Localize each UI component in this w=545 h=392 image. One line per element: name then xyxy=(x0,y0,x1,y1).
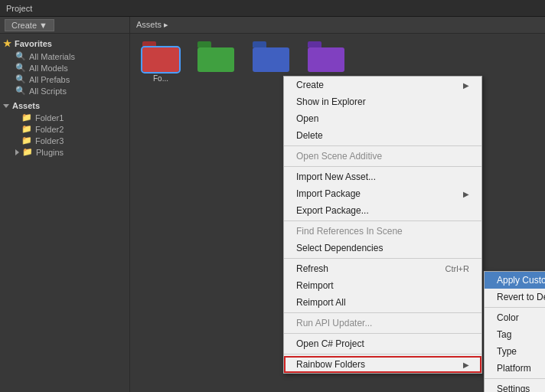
menu-item-show-explorer[interactable]: Show in Explorer xyxy=(284,93,481,110)
favorites-item-prefabs[interactable]: 🔍 All Prefabs xyxy=(0,74,129,85)
sub-separator-2 xyxy=(485,378,545,379)
submenu-arrow-icon: ▶ xyxy=(463,81,469,90)
menu-item-import-package[interactable]: Import Package ▶ xyxy=(284,185,481,202)
menu-item-reimport[interactable]: Reimport xyxy=(284,277,481,294)
submenu-item-type[interactable]: Type ▶ xyxy=(485,343,545,360)
context-menu: Create ▶ Show in Explorer Open Delete Op… xyxy=(283,76,482,374)
menu-item-export-package[interactable]: Export Package... xyxy=(284,202,481,219)
main-layout: Create ▼ ★ Favorites 🔍 All Materials 🔍 A… xyxy=(0,17,545,392)
create-button[interactable]: Create ▼ xyxy=(5,19,54,31)
triangle-right-icon xyxy=(15,149,19,155)
menu-item-open-cs[interactable]: Open C# Project xyxy=(284,335,481,352)
submenu-item-tag[interactable]: Tag ▶ xyxy=(485,326,545,343)
triangle-down-icon xyxy=(3,104,9,108)
tree-item-folder1[interactable]: 📁 Folder1 xyxy=(0,112,129,123)
favorites-item-materials[interactable]: 🔍 All Materials xyxy=(0,51,129,62)
panel-toolbar: Create ▼ xyxy=(0,17,129,34)
title-bar-text: Project xyxy=(6,4,32,13)
folder-green-icon: 📁 xyxy=(21,124,32,134)
folder-red-icon: 📁 xyxy=(21,113,32,122)
separator-6 xyxy=(284,333,481,334)
menu-item-import-asset[interactable]: Import New Asset... xyxy=(284,168,481,185)
menu-item-open[interactable]: Open xyxy=(284,110,481,127)
left-panel: Create ▼ ★ Favorites 🔍 All Materials 🔍 A… xyxy=(0,17,130,392)
folder-visual-red xyxy=(142,41,179,72)
separator-5 xyxy=(284,312,481,313)
menu-item-delete[interactable]: Delete xyxy=(284,127,481,144)
menu-item-rainbow-folders[interactable]: Rainbow Folders ▶ xyxy=(284,356,481,373)
tree-item-folder2[interactable]: 📁 Folder2 xyxy=(0,123,129,135)
search-icon: 🔍 xyxy=(15,63,26,73)
menu-item-select-deps[interactable]: Select Dependencies xyxy=(284,240,481,256)
folder-tab xyxy=(253,41,266,47)
star-icon: ★ xyxy=(3,38,11,49)
folder-item-1[interactable] xyxy=(193,41,239,83)
assets-toolbar: Assets ▸ xyxy=(130,17,545,34)
folder-blue-icon: 📁 xyxy=(21,136,32,145)
favorites-section: ★ Favorites 🔍 All Materials 🔍 All Models… xyxy=(0,37,129,96)
folder-tab xyxy=(197,41,211,47)
submenu-item-revert-default[interactable]: Revert to Default xyxy=(485,289,545,305)
separator-2 xyxy=(284,166,481,167)
breadcrumb: Assets ▸ xyxy=(136,20,168,30)
assets-tree-section: Assets 📁 Folder1 📁 Folder2 📁 Folder3 📁 xyxy=(0,100,129,158)
assets-content: Fo... xyxy=(130,34,545,392)
folder-visual-green xyxy=(197,41,234,72)
menu-item-find-references: Find References In Scene xyxy=(284,223,481,240)
folder-label-0: Fo... xyxy=(153,74,168,83)
favorites-header[interactable]: ★ Favorites xyxy=(0,37,129,51)
separator-7 xyxy=(284,354,481,354)
folder-body xyxy=(253,47,289,72)
separator-3 xyxy=(284,220,481,221)
menu-item-api-updater: Run API Updater... xyxy=(284,315,481,332)
shortcut-label: Ctrl+R xyxy=(445,264,469,273)
submenu-item-platform[interactable]: Platform ▶ xyxy=(485,360,545,377)
submenu-arrow-icon: ▶ xyxy=(463,190,469,198)
submenu-arrow-icon: ▶ xyxy=(463,361,469,369)
folder-tab xyxy=(142,41,156,47)
folder-item-0[interactable]: Fo... xyxy=(138,41,184,83)
right-panel: Assets ▸ Fo... xyxy=(130,17,545,392)
folder-body xyxy=(197,47,234,72)
search-icon: 🔍 xyxy=(15,86,26,96)
panel-tree: ★ Favorites 🔍 All Materials 🔍 All Models… xyxy=(0,34,129,392)
assets-tree-header[interactable]: Assets xyxy=(0,100,129,112)
menu-item-open-scene: Open Scene Additive xyxy=(284,148,481,165)
folder-grey-icon: 📁 xyxy=(22,147,33,157)
menu-item-create[interactable]: Create ▶ xyxy=(284,77,481,93)
menu-item-refresh[interactable]: Refresh Ctrl+R xyxy=(284,260,481,277)
search-icon: 🔍 xyxy=(15,74,26,84)
rainbow-folders-submenu: Apply Custom Revert to Default Color ▶ T… xyxy=(484,271,545,392)
folder-body xyxy=(142,47,179,72)
favorites-item-models[interactable]: 🔍 All Models xyxy=(0,62,129,74)
folder-tab xyxy=(308,41,321,47)
favorites-item-scripts[interactable]: 🔍 All Scripts xyxy=(0,85,129,96)
submenu-item-color[interactable]: Color ▶ xyxy=(485,309,545,326)
folder-visual-blue xyxy=(253,41,289,72)
tree-item-folder3[interactable]: 📁 Folder3 xyxy=(0,135,129,146)
separator-4 xyxy=(284,258,481,259)
menu-item-reimport-all[interactable]: Reimport All xyxy=(284,294,481,311)
search-icon: 🔍 xyxy=(15,51,26,61)
separator-1 xyxy=(284,145,481,146)
tree-item-plugins[interactable]: 📁 Plugins xyxy=(0,146,129,158)
sub-separator-1 xyxy=(485,307,545,308)
folder-body xyxy=(308,47,344,72)
submenu-item-apply-custom[interactable]: Apply Custom xyxy=(485,272,545,289)
title-bar: Project xyxy=(0,0,545,17)
folder-visual-purple xyxy=(308,41,344,72)
submenu-item-settings[interactable]: Settings xyxy=(485,381,545,392)
